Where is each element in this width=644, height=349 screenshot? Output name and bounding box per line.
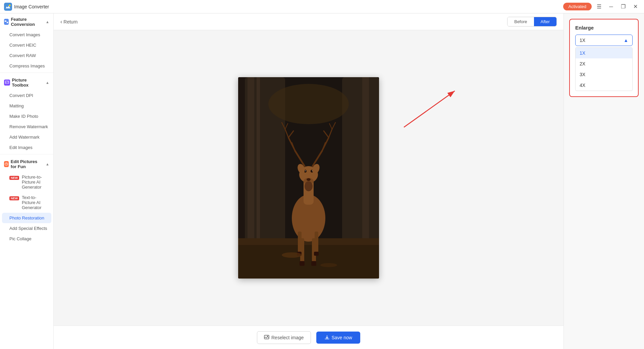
svg-rect-0 [4, 3, 12, 11]
close-icon: ✕ [633, 3, 638, 10]
sidebar-item-add-special-effects[interactable]: Add Special Effects [0, 223, 53, 234]
sidebar-item-add-watermark[interactable]: Add Watermark [0, 132, 53, 142]
picture-toolbox-label: Picture Toolbox [12, 78, 44, 88]
reselect-icon [264, 335, 269, 340]
enlarge-box: Enlarge 1X ▲ 1X 2X 3X [569, 19, 639, 97]
enlarge-option-2x[interactable]: 2X [576, 58, 632, 69]
enlarge-dropdown: 1X ▲ 1X 2X 3X 4X [575, 35, 633, 91]
content-bottombar: Reselect image Save now [54, 326, 564, 349]
sidebar-item-edit-images[interactable]: Edit Images [0, 142, 53, 153]
new-badge-1: NEW [9, 175, 20, 180]
svg-point-24 [305, 170, 306, 171]
sidebar-divider-2 [0, 154, 53, 154]
maximize-icon: ❐ [621, 3, 626, 10]
save-icon [324, 335, 330, 340]
svg-point-40 [305, 181, 313, 191]
svg-point-51 [282, 252, 302, 258]
maximize-button[interactable]: ❐ [619, 2, 628, 11]
enlarge-current-value: 1X [580, 38, 585, 43]
content-area: ‹ Return Before After [54, 13, 564, 349]
svg-rect-46 [311, 261, 316, 266]
image-canvas [54, 30, 564, 326]
edit-pictures-chevron: ▲ [46, 162, 49, 166]
sidebar-item-text-to-picture[interactable]: NEW Text-to-Picture AI Generator [0, 192, 53, 213]
content-topbar: ‹ Return Before After [54, 13, 564, 30]
after-button[interactable]: After [534, 17, 556, 26]
sidebar-item-convert-images[interactable]: Convert Images [0, 30, 53, 40]
svg-point-56 [267, 336, 268, 337]
svg-point-14 [268, 84, 349, 124]
titlebar-controls: Activated ☰ ─ ❐ ✕ [563, 2, 640, 11]
sidebar-item-convert-raw[interactable]: Convert RAW [0, 50, 53, 61]
new-badge-2: NEW [9, 195, 20, 200]
return-button[interactable]: ‹ Return [60, 19, 77, 25]
enlarge-option-3x[interactable]: 3X [576, 69, 632, 80]
titlebar: Image Converter Activated ☰ ─ ❐ ✕ [0, 0, 644, 13]
menu-icon: ☰ [597, 3, 601, 10]
minimize-button[interactable]: ─ [606, 2, 616, 11]
enlarge-chevron-icon: ▲ [624, 38, 628, 43]
svg-line-54 [404, 91, 455, 127]
return-chevron-icon: ‹ [60, 19, 62, 25]
sidebar-item-convert-dpi[interactable]: Convert DPI [0, 90, 53, 101]
before-after-group: Before After [507, 17, 557, 27]
feature-conversion-icon [4, 19, 9, 25]
sidebar-item-matting[interactable]: Matting [0, 101, 53, 111]
before-button[interactable]: Before [507, 17, 534, 26]
sidebar-divider-1 [0, 72, 53, 73]
preview-image [238, 77, 379, 279]
svg-rect-43 [298, 232, 302, 255]
menu-button[interactable]: ☰ [594, 2, 604, 11]
sidebar-item-pic-collage[interactable]: Pic Collage [0, 234, 53, 244]
save-now-button[interactable]: Save now [316, 332, 360, 344]
close-button[interactable]: ✕ [631, 2, 640, 11]
svg-rect-3 [7, 22, 8, 23]
sidebar-section-feature-conversion[interactable]: Feature Conversion ▲ [0, 13, 53, 30]
sidebar-section-edit-pictures[interactable]: Edit Pictures for Fun ▲ [0, 156, 53, 172]
activated-button[interactable]: Activated [563, 3, 592, 10]
right-panel: Enlarge 1X ▲ 1X 2X 3X [564, 13, 644, 349]
sidebar-item-convert-heic[interactable]: Convert HEIC [0, 40, 53, 50]
sidebar-item-compress-images[interactable]: Compress Images [0, 61, 53, 71]
sidebar-item-photo-restoration[interactable]: Photo Restoration [2, 213, 51, 223]
minimize-icon: ─ [609, 4, 613, 10]
edit-pictures-icon [4, 161, 9, 167]
svg-rect-44 [315, 232, 318, 255]
feature-conversion-label: Feature Conversion [11, 17, 44, 27]
sidebar: Feature Conversion ▲ Convert Images Conv… [0, 13, 54, 349]
enlarge-option-1x[interactable]: 1X [576, 48, 632, 58]
feature-conversion-chevron: ▲ [46, 20, 49, 24]
arrow-annotation [396, 87, 463, 131]
svg-rect-45 [300, 261, 305, 266]
svg-rect-48 [314, 252, 319, 256]
picture-toolbox-icon [4, 80, 10, 86]
app-logo: Image Converter [4, 3, 49, 11]
main-layout: Feature Conversion ▲ Convert Images Conv… [0, 13, 644, 349]
enlarge-title: Enlarge [575, 25, 633, 31]
svg-rect-16 [238, 245, 379, 279]
svg-rect-2 [5, 20, 6, 22]
enlarge-options-list: 1X 2X 3X 4X [575, 47, 633, 91]
app-logo-icon [4, 3, 12, 11]
app-title: Image Converter [14, 4, 49, 9]
picture-toolbox-chevron: ▲ [46, 81, 49, 85]
enlarge-option-4x[interactable]: 4X [576, 80, 632, 91]
svg-point-1 [9, 4, 11, 6]
sidebar-item-picture-to-picture[interactable]: NEW Picture-to-Picture AI Generator [0, 172, 53, 192]
reselect-image-button[interactable]: Reselect image [257, 331, 311, 344]
sidebar-item-remove-watermark[interactable]: Remove Watermark [0, 121, 53, 132]
svg-point-21 [307, 178, 311, 181]
enlarge-select-display[interactable]: 1X ▲ [575, 35, 633, 46]
svg-point-52 [320, 263, 337, 267]
sidebar-section-picture-toolbox[interactable]: Picture Toolbox ▲ [0, 74, 53, 90]
edit-pictures-label: Edit Pictures for Fun [11, 159, 44, 169]
sidebar-item-make-id-photo[interactable]: Make ID Photo [0, 111, 53, 121]
